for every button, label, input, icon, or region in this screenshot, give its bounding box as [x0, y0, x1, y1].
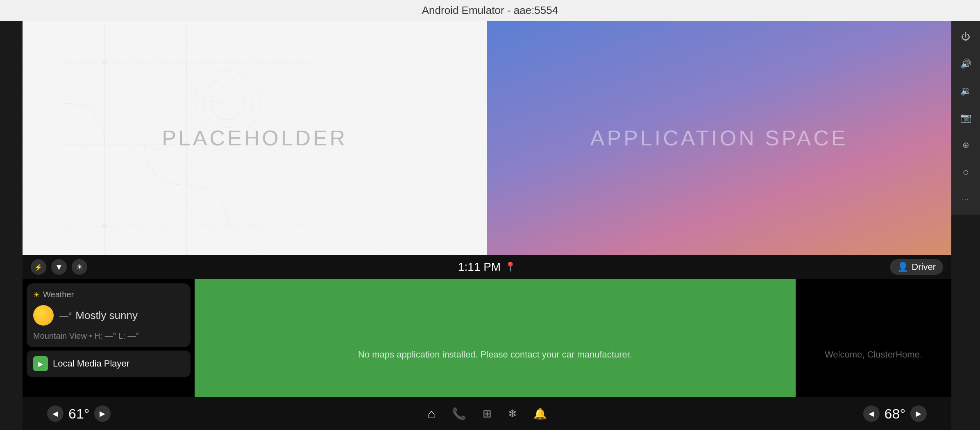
driver-label: Driver: [912, 262, 936, 272]
top-display: PLACEHOLDER APPLICATION SPACE: [23, 21, 951, 255]
status-icons-left: ⚡ ▼ ☀: [31, 259, 87, 275]
volume-down-icon[interactable]: 🔉: [958, 84, 973, 98]
location-pin-icon: 📍: [505, 262, 516, 272]
brightness-icon[interactable]: ☀: [72, 259, 87, 275]
cluster-welcome-text: Welcome, ClusterHome.: [825, 349, 922, 360]
notifications-nav-button[interactable]: 🔔: [533, 407, 547, 420]
weather-location: Mountain View • H: —° L: —°: [33, 331, 184, 341]
weather-condition-text: —° Mostly sunny: [59, 309, 138, 322]
circle-icon[interactable]: ○: [958, 165, 973, 179]
status-right: 👤 Driver: [890, 259, 943, 275]
temp-left-value: 61°: [68, 406, 89, 422]
bluetooth-icon[interactable]: ⚡: [31, 259, 46, 275]
media-label: Local Media Player: [53, 358, 129, 369]
weather-header: ☀ Weather: [33, 290, 184, 299]
weather-card[interactable]: ☀ Weather —° Mostly sunny Mountain View …: [27, 283, 191, 347]
volume-up-icon[interactable]: 🔊: [958, 57, 973, 71]
bottom-nav: ◀ 61° ▶ ⌂ 📞 ⊞ ❄ 🔔 ◀ 68° ▶: [23, 397, 951, 430]
nav-center: ⌂ 📞 ⊞ ❄ 🔔: [427, 406, 546, 421]
no-maps-text: No maps application installed. Please co…: [358, 349, 632, 360]
emulator: PLACEHOLDER APPLICATION SPACE ⚡ ▼ ☀ 1:11…: [23, 21, 951, 430]
weather-main: —° Mostly sunny: [33, 305, 184, 326]
app-space-label: APPLICATION SPACE: [590, 126, 848, 150]
driver-button[interactable]: 👤 Driver: [890, 259, 943, 275]
weather-sun-icon: ☀: [33, 290, 40, 299]
title-bar: Android Emulator - aae:5554: [0, 0, 980, 21]
zoom-icon[interactable]: ⊕: [958, 138, 973, 152]
temp-right-value: 68°: [885, 406, 905, 422]
temp-right-increase-button[interactable]: ▶: [910, 405, 927, 422]
svg-point-5: [102, 60, 107, 65]
temp-left-increase-button[interactable]: ▶: [94, 405, 111, 422]
home-nav-button[interactable]: ⌂: [427, 406, 435, 421]
media-app-icon: ▶: [33, 356, 48, 371]
more-icon[interactable]: ···: [958, 192, 973, 206]
title-text: Android Emulator - aae:5554: [422, 4, 558, 17]
weather-condition-icon: [33, 305, 54, 326]
camera-icon[interactable]: 📷: [958, 111, 973, 125]
temp-right-decrease-button[interactable]: ◀: [863, 405, 880, 422]
status-time-area: 1:11 PM 📍: [458, 260, 516, 274]
temp-left-decrease-button[interactable]: ◀: [47, 405, 64, 422]
temp-control-left: ◀ 61° ▶: [47, 405, 111, 422]
media-card[interactable]: ▶ Local Media Player: [27, 351, 191, 377]
placeholder-label: PLACEHOLDER: [162, 126, 347, 150]
wifi-icon[interactable]: ▼: [51, 259, 67, 275]
temp-control-right: ◀ 68° ▶: [863, 405, 927, 422]
svg-point-7: [102, 224, 107, 229]
app-space-panel: APPLICATION SPACE: [487, 21, 952, 255]
apps-nav-button[interactable]: ⊞: [483, 407, 492, 420]
status-time: 1:11 PM: [458, 260, 501, 274]
climate-nav-button[interactable]: ❄: [508, 407, 517, 420]
phone-nav-button[interactable]: 📞: [452, 407, 466, 421]
weather-condition: Mostly sunny: [75, 309, 138, 321]
right-sidebar: ⏻ 🔊 🔉 📷 ⊕ ○ ···: [951, 21, 980, 215]
placeholder-panel: PLACEHOLDER: [23, 21, 487, 255]
weather-temp-prefix: —°: [59, 311, 72, 321]
weather-header-label: Weather: [43, 290, 74, 299]
power-icon[interactable]: ⏻: [958, 29, 973, 44]
driver-avatar-icon: 👤: [897, 262, 908, 272]
status-bar: ⚡ ▼ ☀ 1:11 PM 📍 👤 Driver: [23, 255, 951, 279]
